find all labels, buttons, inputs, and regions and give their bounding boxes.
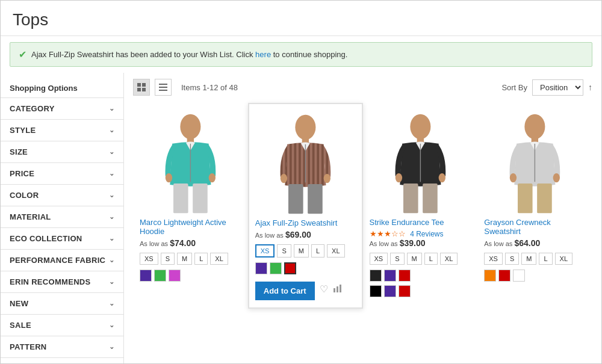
filter-group-climate[interactable]: CLIMATE ⌄ — [1, 357, 123, 364]
filter-header[interactable]: ECO COLLECTION ⌄ — [1, 228, 123, 249]
size-button[interactable]: S — [390, 253, 404, 265]
size-button[interactable]: XS — [140, 253, 158, 265]
chevron-down-icon: ⌄ — [109, 105, 114, 113]
add-to-cart-button[interactable]: Add to Cart — [255, 282, 315, 300]
color-swatch[interactable] — [140, 270, 152, 282]
filter-header[interactable]: PRICE ⌄ — [1, 163, 123, 184]
color-swatch[interactable] — [255, 262, 267, 274]
notification-link[interactable]: here — [255, 50, 271, 59]
grid-view-button[interactable] — [133, 79, 150, 96]
size-button[interactable]: M — [294, 244, 309, 258]
product-price-container: As low as $69.00 — [255, 230, 356, 239]
sort-direction-icon[interactable]: ↑ — [588, 82, 592, 92]
svg-rect-11 — [173, 184, 188, 213]
list-view-button[interactable] — [155, 79, 172, 96]
filter-group-sale[interactable]: SALE ⌄ — [1, 314, 123, 336]
size-button[interactable]: S — [505, 253, 519, 265]
filter-header[interactable]: MATERIAL ⌄ — [1, 206, 123, 227]
filter-group-new[interactable]: NEW ⌄ — [1, 292, 123, 314]
size-button[interactable]: L — [424, 253, 438, 265]
sort-select[interactable]: Position Price Name Newest — [532, 79, 583, 96]
size-button[interactable]: S — [277, 244, 291, 258]
svg-point-19 — [323, 174, 330, 183]
size-button[interactable]: XS — [484, 253, 503, 265]
svg-point-29 — [438, 173, 445, 182]
svg-point-7 — [180, 114, 200, 140]
color-swatch[interactable] — [370, 270, 382, 282]
product-name[interactable]: Ajax Full-Zip Sweatshirt — [255, 218, 356, 227]
chevron-down-icon: ⌄ — [109, 170, 114, 177]
filter-header[interactable]: PATTERN ⌄ — [1, 336, 123, 357]
filter-group-material[interactable]: MATERIAL ⌄ — [1, 206, 123, 227]
color-swatch[interactable] — [498, 270, 510, 282]
filter-header[interactable]: NEW ⌄ — [1, 293, 123, 314]
reviews-link[interactable]: 4 Reviews — [410, 230, 443, 238]
color-swatch[interactable] — [399, 270, 411, 282]
color-swatch[interactable] — [513, 270, 525, 282]
color-swatch[interactable] — [370, 285, 382, 297]
wishlist-icon[interactable]: ♡ — [320, 283, 328, 295]
product-name[interactable]: Grayson Crewneck Sweatshirt — [484, 218, 586, 236]
size-button[interactable]: XS — [255, 244, 275, 258]
filter-group-price[interactable]: PRICE ⌄ — [1, 162, 123, 184]
color-swatches — [484, 270, 586, 282]
size-button[interactable]: M — [177, 253, 192, 265]
product-image[interactable] — [370, 111, 471, 218]
size-button[interactable]: S — [161, 253, 175, 265]
size-button[interactable]: XL — [210, 253, 228, 265]
filter-header[interactable]: STYLE ⌄ — [1, 120, 123, 141]
product-name[interactable]: Marco Lightweight Active Hoodie — [140, 218, 241, 236]
filter-header[interactable]: CLIMATE ⌄ — [1, 358, 123, 364]
product-image[interactable] — [255, 111, 356, 218]
size-button[interactable]: XL — [327, 244, 344, 258]
product-image[interactable] — [484, 111, 586, 218]
size-button[interactable]: M — [407, 253, 422, 265]
color-swatch[interactable] — [384, 270, 396, 282]
compare-icon[interactable] — [333, 283, 343, 295]
color-swatch[interactable] — [154, 270, 166, 282]
size-button[interactable]: M — [521, 253, 536, 265]
size-button[interactable]: L — [539, 253, 552, 265]
filter-label: PRICE — [10, 169, 34, 178]
sort-label: Sort By — [501, 83, 527, 92]
filter-group-erin-recommends[interactable]: ERIN RECOMMENDS ⌄ — [1, 271, 123, 292]
color-swatch[interactable] — [270, 262, 282, 274]
filter-group-size[interactable]: SIZE ⌄ — [1, 141, 123, 162]
filter-group-eco-collection[interactable]: ECO COLLECTION ⌄ — [1, 227, 123, 249]
filter-group-style[interactable]: STYLE ⌄ — [1, 119, 123, 141]
chevron-down-icon: ⌄ — [109, 278, 114, 286]
filter-header[interactable]: SALE ⌄ — [1, 315, 123, 336]
svg-point-10 — [209, 173, 216, 182]
size-button[interactable]: L — [311, 244, 324, 258]
product-name[interactable]: Strike Endurance Tee — [370, 218, 471, 227]
filter-header[interactable]: COLOR ⌄ — [1, 185, 123, 206]
svg-rect-37 — [518, 184, 533, 213]
size-button[interactable]: XL — [555, 253, 573, 265]
filter-group-color[interactable]: COLOR ⌄ — [1, 184, 123, 206]
chevron-down-icon: ⌄ — [109, 235, 114, 242]
filter-header[interactable]: ERIN RECOMMENDS ⌄ — [1, 271, 123, 292]
color-swatch[interactable] — [399, 285, 411, 297]
filter-header[interactable]: CATEGORY ⌄ — [1, 98, 123, 119]
color-swatch[interactable] — [284, 262, 296, 274]
chevron-down-icon: ⌄ — [109, 321, 114, 329]
filter-header[interactable]: PERFORMANCE FABRIC ⌄ — [1, 250, 123, 271]
size-button[interactable]: XL — [440, 253, 458, 265]
sidebar: Shopping Options CATEGORY ⌄ STYLE ⌄ SIZE… — [1, 73, 124, 364]
color-swatch[interactable] — [384, 285, 396, 297]
color-swatch[interactable] — [169, 270, 181, 282]
product-image[interactable] — [140, 111, 241, 218]
svg-rect-31 — [423, 184, 438, 213]
size-button[interactable]: L — [194, 253, 208, 265]
notification-text: Ajax Full-Zip Sweatshirt has been added … — [31, 50, 347, 59]
filter-header[interactable]: SIZE ⌄ — [1, 141, 123, 162]
filter-label: STYLE — [10, 126, 36, 135]
color-swatch[interactable] — [484, 270, 496, 282]
size-button[interactable]: XS — [370, 253, 388, 265]
svg-point-28 — [395, 173, 402, 182]
svg-rect-1 — [142, 83, 146, 87]
filter-group-pattern[interactable]: PATTERN ⌄ — [1, 336, 123, 357]
filter-group-performance-fabric[interactable]: PERFORMANCE FABRIC ⌄ — [1, 249, 123, 271]
svg-rect-12 — [193, 184, 208, 213]
filter-group-category[interactable]: CATEGORY ⌄ — [1, 97, 123, 119]
